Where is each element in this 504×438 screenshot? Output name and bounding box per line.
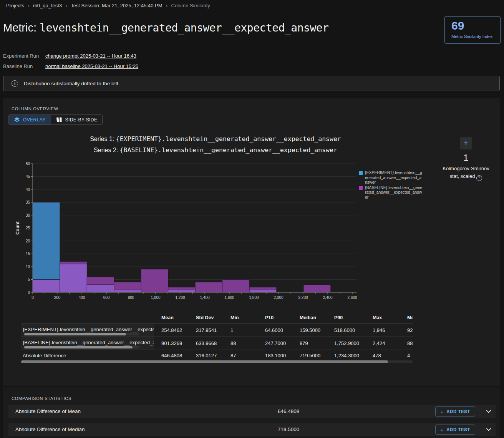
baseline-row-label-text: {BASELINE}.levenshtein__generated_answer… xyxy=(21,337,154,345)
baseline-run-label: Baseline Run xyxy=(3,63,45,69)
histogram-bar-segment xyxy=(303,285,330,292)
chevron-down-icon[interactable] xyxy=(486,426,492,433)
svg-text:30: 30 xyxy=(26,213,30,217)
chevron-right-icon: › xyxy=(166,3,168,8)
experiment-run-label: Experiment Run xyxy=(3,53,45,59)
add-test-button-label: ADD TEST xyxy=(446,409,470,414)
experiment-series-swatch xyxy=(359,171,363,175)
table-cell: 88 xyxy=(230,340,236,346)
run-info: Experiment Run change prompt 2025-03-21 … xyxy=(3,53,138,74)
svg-text:1,000: 1,000 xyxy=(151,295,160,300)
add-ks-test-button[interactable]: + xyxy=(460,137,472,149)
legend-item-experiment-label: {EXPERIMENT}.levenshtein__generated_answ… xyxy=(365,170,423,185)
tab-side-by-side-label: SIDE-BY-SIDE xyxy=(65,117,98,123)
row-label-scrollbar[interactable] xyxy=(24,333,139,335)
add-test-button[interactable]: + ADD TEST xyxy=(435,406,475,416)
series-2-name: {BASELINE}.levenshtein__generated_answer… xyxy=(120,146,337,154)
metric-name: levenshtein__generated_answer__expected_… xyxy=(40,22,328,34)
col-header-p90: P90 xyxy=(334,315,343,320)
table-cell: 2,424 xyxy=(373,340,385,346)
tab-side-by-side[interactable]: SIDE-BY-SIDE xyxy=(51,115,103,124)
table-cell: 247.7000 xyxy=(265,340,286,346)
chevron-right-icon: › xyxy=(28,3,30,8)
view-mode-tabs: OVERLAY SIDE-BY-SIDE xyxy=(8,114,103,125)
histogram-bar-segment xyxy=(168,290,195,292)
series-2-prefix: Series 2: xyxy=(94,147,120,153)
svg-text:2,000: 2,000 xyxy=(274,295,283,300)
comparison-statistics-label: COMPARISON STATISTICS xyxy=(12,396,71,401)
col-header-max: Max xyxy=(373,315,382,320)
table-horizontal-scrollbar[interactable] xyxy=(21,360,413,363)
svg-text:50: 50 xyxy=(26,162,30,166)
chevron-down-icon[interactable] xyxy=(486,408,492,415)
table-cell: 183.1000 xyxy=(265,353,286,358)
histogram-bar-segment xyxy=(33,280,60,293)
ks-stat-label-line2: stat, scaled xyxy=(450,173,475,179)
comparison-mean-value: 646.4808 xyxy=(278,408,299,414)
y-axis-label: Count xyxy=(15,221,20,235)
svg-text:40: 40 xyxy=(26,187,30,192)
chart-title: Series 1: {EXPERIMENT}.levenshtein__gene… xyxy=(14,133,417,156)
comparison-median-value: 719.5000 xyxy=(278,426,299,432)
table-cell: 646.4808 xyxy=(161,353,182,358)
col-header-median: Median xyxy=(300,315,316,320)
table-cell: 478 xyxy=(373,353,381,358)
drift-alert-banner: i Distribution substantially drifted to … xyxy=(3,76,500,91)
legend-item-baseline-label: {BASELINE}.levenshtein__generated_answer… xyxy=(365,185,423,200)
info-icon: i xyxy=(12,80,18,87)
breadcrumb-test-session[interactable]: Test Session: Mar 21, 2025, 12:45:40 PM xyxy=(71,3,162,8)
table-cell: 92 xyxy=(407,327,413,333)
legend-item-experiment[interactable]: {EXPERIMENT}.levenshtein__generated_answ… xyxy=(359,170,423,185)
histogram-bar-segment xyxy=(114,282,141,290)
histogram-bar-segment xyxy=(168,287,195,290)
table-row-label-baseline: {BASELINE}.levenshtein__generated_answer… xyxy=(21,337,154,350)
help-icon[interactable]: ? xyxy=(476,175,482,181)
histogram-bar-segment xyxy=(222,280,249,293)
plus-icon: + xyxy=(440,408,444,415)
histogram-bar-segment xyxy=(249,290,276,292)
table-cell: 159.5000 xyxy=(300,327,320,333)
tab-overlay[interactable]: OVERLAY xyxy=(9,115,51,124)
table-cell: 901.3269 xyxy=(161,340,182,346)
histogram-bar-segment xyxy=(60,262,87,264)
experiment-row-label-text: {EXPERIMENT}.levenshtein__generated_answ… xyxy=(21,324,154,332)
svg-text:45: 45 xyxy=(26,174,30,179)
comparison-median-label: Absolute Difference of Median xyxy=(15,426,85,432)
breadcrumb-projects[interactable]: Projects xyxy=(6,3,24,8)
svg-text:0: 0 xyxy=(32,295,34,300)
comparison-row-median: Absolute Difference of Median 719.5000 +… xyxy=(8,423,496,436)
drift-alert-text: Distribution substantially drifted to th… xyxy=(24,81,120,86)
svg-text:25: 25 xyxy=(26,226,30,230)
svg-text:1,200: 1,200 xyxy=(175,295,185,300)
column-overview-card: COLUMN OVERVIEW OVERLAY SIDE-BY-SIDE Ser… xyxy=(3,98,500,386)
add-test-button[interactable]: + ADD TEST xyxy=(435,425,475,435)
ks-stat-label: Kolmogorov-Smirnov stat, scaled? xyxy=(430,165,502,181)
svg-text:0: 0 xyxy=(28,290,30,295)
baseline-run-link[interactable]: normal baseline 2025-03-21 -- Hour 15:25 xyxy=(45,63,138,69)
breadcrumb: Projects › m0_qa_test3 › Test Session: M… xyxy=(6,3,210,8)
column-overview-section-label: COLUMN OVERVIEW xyxy=(12,106,58,111)
ks-stat-value: 1 xyxy=(435,153,497,163)
side-by-side-icon xyxy=(56,117,62,123)
baseline-series-swatch xyxy=(359,186,363,190)
series-1-name: {EXPERIMENT}.levenshtein__generated_answ… xyxy=(116,135,341,143)
experiment-run-link[interactable]: change prompt 2025-03-21 -- Hour 16:43 xyxy=(45,53,136,59)
page-title: Metric: levenshtein__generated_answer__e… xyxy=(3,22,329,34)
layers-icon xyxy=(14,117,20,123)
svg-text:2,600: 2,600 xyxy=(347,295,357,300)
experiment-run-row: Experiment Run change prompt 2025-03-21 … xyxy=(3,53,138,59)
col-header-min: Min xyxy=(230,315,239,320)
svg-text:10: 10 xyxy=(26,265,30,269)
legend-item-baseline[interactable]: {BASELINE}.levenshtein__generated_answer… xyxy=(359,185,423,200)
table-cell: 1,752.9000 xyxy=(334,340,359,346)
table-cell: 879 xyxy=(300,340,308,346)
add-test-button-label: ADD TEST xyxy=(446,427,470,432)
row-label-scrollbar[interactable] xyxy=(24,346,139,348)
svg-text:5: 5 xyxy=(28,277,30,282)
chevron-right-icon: › xyxy=(65,3,67,8)
breadcrumb-project-name[interactable]: m0_qa_test3 xyxy=(33,3,62,8)
breadcrumb-current-page: Column Similarity xyxy=(171,3,210,8)
table-cell: 64.6000 xyxy=(265,327,283,333)
histogram-bar-segment xyxy=(33,202,60,280)
svg-text:20: 20 xyxy=(26,239,30,243)
